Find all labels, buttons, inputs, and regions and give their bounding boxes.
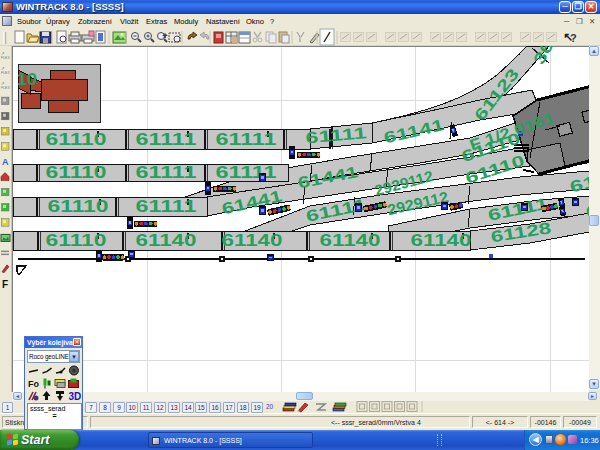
svg-text:F: F [2,279,8,290]
svg-text:61110: 61110 [48,198,109,215]
svg-text:61110: 61110 [46,232,107,249]
svg-text:61111: 61111 [568,165,589,195]
svg-text:61140: 61140 [411,232,472,249]
svg-text:61111: 61111 [216,131,277,148]
svg-text:10: 10 [17,71,37,88]
svg-text:61111: 61111 [136,164,197,181]
svg-text:61110: 61110 [46,164,107,181]
svg-text:FLEX: FLEX [1,86,10,90]
svg-text:3D: 3D [69,391,82,402]
svg-text:61140: 61140 [320,232,381,249]
svg-text:?: ? [570,32,577,44]
svg-text:Fo: Fo [28,379,39,389]
svg-text:61111: 61111 [136,131,197,148]
svg-text:61111: 61111 [136,198,197,215]
svg-text:FLEX: FLEX [1,71,10,75]
svg-text:61111: 61111 [216,164,277,181]
svg-text:61110: 61110 [46,131,107,148]
svg-text:FLEX: FLEX [1,56,10,60]
svg-text:A: A [2,157,9,167]
svg-text:61140: 61140 [222,232,283,249]
svg-text:61140: 61140 [136,232,197,249]
